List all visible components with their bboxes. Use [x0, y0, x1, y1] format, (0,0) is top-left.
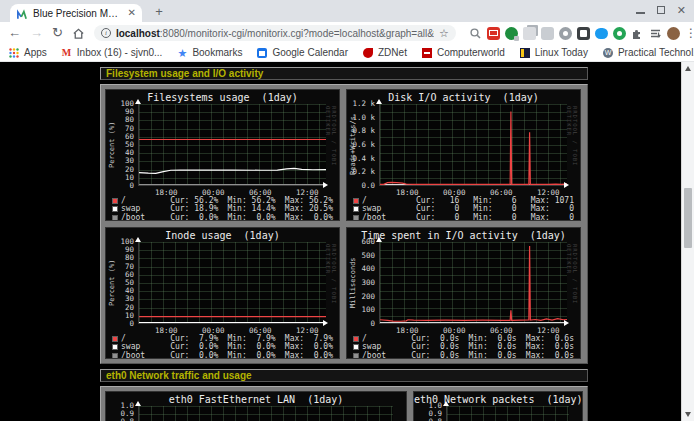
blue-pill-extension-icon[interactable] [595, 28, 608, 39]
arrow-up-icon [135, 401, 141, 406]
legend-swatch [353, 198, 359, 204]
browser-tab[interactable]: Blue Precision Monitorix ✕ [10, 4, 142, 22]
chart-plot [138, 406, 393, 421]
legend-swatch [112, 215, 118, 221]
tab-close-icon[interactable]: ✕ [128, 8, 136, 18]
forward-button-icon[interactable]: → [30, 26, 43, 40]
graph-inode-usage[interactable]: Inode usage (1day)Percent (%)10090807060… [105, 227, 340, 359]
network-graphs-grid: eth0 FastEthernet LAN (1day)1.00.90.80.7… [100, 386, 588, 421]
bookmark-zdnet[interactable]: ZDNet [363, 47, 407, 58]
bookmark-star-icon[interactable]: ☆ [439, 27, 449, 40]
extensions-row: ⋮ [469, 27, 694, 40]
legend-lstat: Min: 0.0% [218, 352, 275, 359]
chart-ytick: 0 [106, 320, 134, 328]
home-button-icon[interactable] [72, 27, 85, 40]
legend-lstat: Cur: 0.0% [161, 352, 218, 359]
chart-ytick: 1.0 k [347, 114, 375, 122]
green-badge-extension-icon[interactable] [505, 27, 518, 40]
mail-extension-icon[interactable] [487, 27, 500, 40]
scroll-down-arrow-icon[interactable] [685, 412, 691, 417]
graph-eth0-packets[interactable]: eth0 Network packets (1day)Packets/s1.00… [413, 391, 583, 421]
url-host: localhost [116, 28, 160, 39]
star-icon: ★ [177, 48, 187, 58]
gray-extension-icon[interactable] [541, 27, 554, 40]
arrow-up-icon [135, 99, 141, 104]
graph-disk-io-activity[interactable]: Disk I/O activity (1day)Reads+Writes/s1.… [346, 89, 581, 221]
chart-wmark: RRDTOOL / TOBI OETIKER [566, 106, 578, 186]
reading-list-icon[interactable] [649, 27, 662, 40]
chart-lrow: /bootCur: 0Min: 0Max: 0 [353, 214, 574, 221]
chrome-menu-icon[interactable]: ⋮ [685, 27, 694, 40]
legend-swatch [112, 206, 118, 212]
bookmark-bookmarks[interactable]: ★ Bookmarks [177, 47, 242, 58]
dark-extension-icon[interactable] [577, 27, 590, 40]
bookmark-label: Practical Technol... [618, 47, 694, 58]
apps-grid-icon [9, 48, 19, 58]
chart-ytick: 0 [347, 320, 375, 328]
bookmark-label: Computerworld [437, 47, 505, 58]
profile-avatar[interactable] [667, 27, 680, 40]
chart-ytick: 200 [347, 293, 375, 301]
chart-ytick: 600 [347, 238, 375, 246]
bookmark-label: Google Calendar [272, 47, 348, 58]
address-bar[interactable]: i localhost:8080/monitorix-cgi/monitorix… [94, 25, 456, 41]
bookmark-label: Bookmarks [192, 47, 242, 58]
green-circle-extension-icon[interactable] [613, 27, 626, 40]
bookmarks-bar: Apps M Inbox (16) - sjvn0... ★ Bookmarks… [0, 44, 694, 62]
url-text[interactable]: localhost:8080/monitorix-cgi/monitorix.c… [116, 28, 434, 39]
bookmark-inbox[interactable]: M Inbox (16) - sjvn0... [62, 47, 163, 58]
chart-ytick: 0.2 k [347, 168, 375, 176]
legend-swatch [112, 336, 118, 342]
legend-lstat: Min: 0.0s [459, 352, 516, 359]
graph-time-in-io[interactable]: Time spent in I/O activity (1day)Millise… [346, 227, 581, 359]
back-button-icon[interactable]: ← [8, 26, 21, 40]
chart-wmark: RRDTOOL / TOBI OETIKER [325, 244, 337, 324]
chart-gtitle: eth0 FastEthernet LAN (1day) [106, 394, 406, 405]
bookmark-label: ZDNet [378, 47, 407, 58]
scrollbar-thumb[interactable] [684, 188, 692, 248]
extensions-puzzle-icon[interactable] [631, 27, 644, 40]
pages-extension-icon[interactable] [523, 27, 536, 40]
legend-swatch [353, 206, 359, 212]
reload-button-icon[interactable]: ↻ [52, 26, 63, 40]
legend-lstat: Min: 0.0% [218, 214, 275, 221]
chart-plot [138, 242, 326, 324]
legend-lname: /boot [362, 352, 402, 359]
chart-plot [138, 104, 326, 186]
filesystem-graphs-grid: Filesystems usage (1day)Percent (%)10090… [100, 84, 588, 364]
site-info-icon[interactable]: i [101, 28, 111, 38]
bookmark-google-calendar[interactable]: Google Calendar [257, 47, 348, 58]
window-controls: ✕ [636, 0, 686, 20]
page-scrollbar[interactable] [681, 62, 694, 421]
chart-ytick: 500 [347, 252, 375, 260]
bookmark-computerworld[interactable]: Computerworld [422, 47, 505, 58]
scroll-up-arrow-icon[interactable] [685, 66, 691, 71]
bookmark-apps[interactable]: Apps [9, 47, 47, 58]
graph-eth0-traffic[interactable]: eth0 FastEthernet LAN (1day)1.00.90.80.7… [105, 391, 407, 421]
section-header-filesystem: Filesystem usage and I/O activity [100, 67, 588, 80]
legend-lstat: Cur: 0.0% [161, 214, 218, 221]
eye-extension-icon[interactable] [559, 27, 572, 40]
legend-lname: /boot [121, 214, 161, 221]
browser-toolbar: ← → ↻ i localhost:8080/monitorix-cgi/mon… [0, 22, 694, 44]
legend-lstat: Cur: 0.0s [402, 352, 459, 359]
monitorix-panel: Filesystem usage and I/O activity Filesy… [100, 67, 588, 421]
minimize-button[interactable] [636, 12, 645, 14]
close-window-button[interactable]: ✕ [677, 5, 686, 16]
chart-plot [446, 406, 569, 421]
chart-plot [379, 242, 567, 324]
chart-wmark: RRDTOOL / TOBI OETIKER [325, 106, 337, 186]
legend-lstat: Cur: 0 [402, 214, 459, 221]
section-header-network: eth0 Network traffic and usage [100, 369, 588, 382]
legend-swatch [112, 198, 118, 204]
arrow-up-icon [376, 99, 382, 104]
bookmark-practical-tech[interactable]: W Practical Technol... [603, 47, 694, 58]
computerworld-icon [422, 48, 432, 58]
legend-swatch [353, 215, 359, 221]
graph-filesystems-usage[interactable]: Filesystems usage (1day)Percent (%)10090… [105, 89, 340, 221]
bookmark-linux-today[interactable]: Linux Today [520, 47, 588, 58]
new-tab-button[interactable]: + [152, 5, 166, 19]
maximize-button[interactable] [657, 6, 665, 14]
search-extension-icon[interactable] [469, 27, 482, 40]
linux-today-icon [520, 48, 530, 58]
